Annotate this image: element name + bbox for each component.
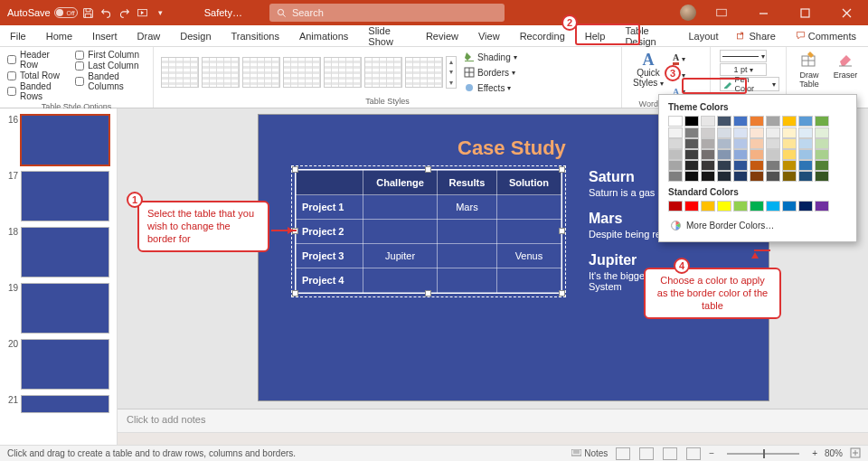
- ribbon-display-icon[interactable]: [705, 0, 738, 25]
- color-swatch[interactable]: [701, 116, 715, 127]
- color-swatch[interactable]: [815, 160, 829, 171]
- color-swatch[interactable]: [701, 160, 715, 171]
- tab-file[interactable]: File: [0, 26, 36, 46]
- color-swatch[interactable]: [668, 201, 683, 212]
- color-swatch[interactable]: [766, 149, 780, 160]
- color-swatch[interactable]: [750, 201, 764, 212]
- color-swatch[interactable]: [750, 160, 764, 171]
- slide-thumb-17[interactable]: [21, 171, 109, 221]
- pen-style-button[interactable]: ▾: [720, 50, 767, 62]
- tab-insert[interactable]: Insert: [82, 26, 127, 46]
- comments-button[interactable]: Comments: [788, 27, 864, 45]
- tab-review[interactable]: Review: [416, 26, 468, 46]
- maximize-icon[interactable]: [788, 0, 821, 25]
- color-swatch[interactable]: [766, 127, 780, 138]
- color-swatch[interactable]: [717, 160, 731, 171]
- slide-thumb-19[interactable]: [21, 283, 109, 334]
- tab-home[interactable]: Home: [36, 26, 82, 46]
- color-swatch[interactable]: [733, 171, 748, 182]
- zoom-out-icon[interactable]: −: [709, 448, 714, 458]
- color-swatch[interactable]: [717, 171, 731, 182]
- tab-layout[interactable]: Layout: [678, 26, 728, 46]
- tab-view[interactable]: View: [468, 26, 510, 46]
- close-icon[interactable]: [830, 0, 863, 25]
- color-swatch[interactable]: [733, 160, 748, 171]
- thumbnail-panel[interactable]: 16 17 18 19 20 21: [0, 108, 118, 445]
- color-swatch[interactable]: [668, 160, 683, 171]
- color-swatch[interactable]: [733, 116, 748, 127]
- color-swatch[interactable]: [684, 138, 699, 149]
- color-swatch[interactable]: [717, 116, 731, 127]
- slide-table[interactable]: Challenge Results Solution Project 1Mars…: [295, 169, 562, 294]
- color-swatch[interactable]: [798, 201, 813, 212]
- color-swatch[interactable]: [815, 127, 829, 138]
- fit-to-window-icon[interactable]: [850, 447, 861, 460]
- user-avatar[interactable]: [680, 5, 696, 21]
- color-swatch[interactable]: [750, 171, 764, 182]
- color-swatch[interactable]: [750, 149, 764, 160]
- tab-draw[interactable]: Draw: [127, 26, 171, 46]
- color-swatch[interactable]: [733, 127, 748, 138]
- slide-thumb-16[interactable]: [21, 115, 109, 165]
- color-swatch[interactable]: [782, 171, 797, 182]
- zoom-level[interactable]: 80%: [825, 448, 843, 458]
- opt-first-col[interactable]: First Column: [75, 50, 146, 60]
- notes-pane[interactable]: Click to add notes: [118, 409, 868, 432]
- color-swatch[interactable]: [684, 149, 699, 160]
- color-swatch[interactable]: [782, 160, 797, 171]
- color-swatch[interactable]: [782, 138, 797, 149]
- color-swatch[interactable]: [782, 201, 797, 212]
- opt-banded-rows[interactable]: Banded Rows: [7, 81, 66, 101]
- color-swatch[interactable]: [684, 160, 699, 171]
- color-swatch[interactable]: [668, 149, 683, 160]
- color-swatch[interactable]: [717, 149, 731, 160]
- color-swatch[interactable]: [668, 127, 683, 138]
- color-swatch[interactable]: [668, 116, 683, 127]
- color-swatch[interactable]: [815, 149, 829, 160]
- color-swatch[interactable]: [766, 160, 780, 171]
- color-swatch[interactable]: [733, 138, 748, 149]
- slide-thumb-20[interactable]: [21, 339, 109, 390]
- color-swatch[interactable]: [798, 138, 813, 149]
- effects-button[interactable]: Effects ▾: [462, 80, 519, 95]
- color-swatch[interactable]: [733, 149, 748, 160]
- normal-view-icon[interactable]: [616, 447, 630, 460]
- color-swatch[interactable]: [766, 171, 780, 182]
- autosave-toggle[interactable]: AutoSave Off: [7, 7, 78, 18]
- color-swatch[interactable]: [798, 149, 813, 160]
- horizontal-scrollbar[interactable]: [118, 432, 868, 445]
- color-swatch[interactable]: [815, 116, 829, 127]
- color-swatch[interactable]: [750, 127, 764, 138]
- opt-header-row[interactable]: Header Row: [7, 50, 66, 70]
- shading-button[interactable]: Shading ▾: [462, 50, 519, 64]
- opt-last-col[interactable]: Last Column: [75, 61, 146, 71]
- search-input[interactable]: Search: [269, 4, 505, 22]
- color-swatch[interactable]: [668, 171, 683, 182]
- color-swatch[interactable]: [782, 116, 797, 127]
- color-swatch[interactable]: [750, 116, 764, 127]
- color-swatch[interactable]: [717, 138, 731, 149]
- color-swatch[interactable]: [701, 171, 715, 182]
- color-swatch[interactable]: [701, 201, 715, 212]
- sorter-view-icon[interactable]: [639, 447, 654, 460]
- color-swatch[interactable]: [750, 138, 764, 149]
- color-swatch[interactable]: [798, 116, 813, 127]
- share-button[interactable]: Share: [728, 27, 783, 45]
- table-style-gallery[interactable]: ▴▾▾: [161, 56, 457, 89]
- color-swatch[interactable]: [815, 171, 829, 182]
- more-border-colors[interactable]: More Border Colors…: [668, 217, 847, 234]
- color-swatch[interactable]: [815, 201, 829, 212]
- color-swatch[interactable]: [668, 138, 683, 149]
- color-swatch[interactable]: [684, 127, 699, 138]
- color-swatch[interactable]: [684, 171, 699, 182]
- color-swatch[interactable]: [782, 127, 797, 138]
- color-swatch[interactable]: [717, 127, 731, 138]
- reading-view-icon[interactable]: [663, 447, 677, 460]
- minimize-icon[interactable]: [747, 0, 779, 25]
- gallery-more-icon[interactable]: ▴▾▾: [446, 56, 457, 89]
- pen-color-button[interactable]: Pen Color▾: [720, 77, 779, 91]
- color-swatch[interactable]: [701, 149, 715, 160]
- text-fill-button[interactable]: A▾: [671, 52, 687, 66]
- save-icon[interactable]: [81, 5, 96, 20]
- opt-banded-cols[interactable]: Banded Columns: [75, 71, 146, 91]
